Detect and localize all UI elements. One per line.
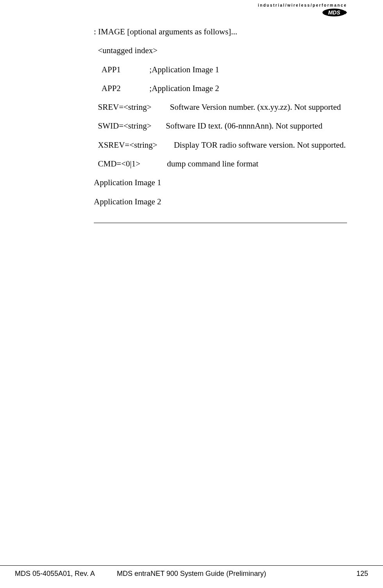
- content-line: Application Image 1: [94, 177, 347, 188]
- section-divider: [94, 223, 347, 223]
- main-content: : IMAGE [optional arguments as follows].…: [94, 27, 347, 223]
- content-line: SREV=<string> Software Version number. (…: [94, 102, 347, 113]
- mds-logo-icon: MDS: [322, 8, 347, 18]
- content-line: APP2 ;Application Image 2: [94, 83, 347, 94]
- header-logo: industrial/wireless/performance MDS: [258, 3, 347, 18]
- svg-marker-2: [345, 11, 347, 14]
- tagline-text: industrial/wireless/performance: [258, 3, 347, 7]
- content-line: CMD=<0|1> dump command line format: [94, 159, 347, 169]
- content-line: : IMAGE [optional arguments as follows].…: [94, 27, 347, 37]
- content-line: SWID=<string> Software ID text. (06-nnnn…: [94, 121, 347, 131]
- footer-doc-id: MDS 05-4055A01, Rev. A: [15, 570, 95, 578]
- footer-page-number: 125: [356, 570, 368, 578]
- content-line: XSREV=<string> Display TOR radio softwar…: [94, 140, 347, 150]
- footer-title: MDS entraNET 900 System Guide (Prelimina…: [117, 570, 266, 578]
- content-line: Application Image 2: [94, 197, 347, 207]
- content-line: <untagged index>: [94, 45, 347, 56]
- content-line: APP1 ;Application Image 1: [94, 64, 347, 75]
- page-footer: MDS 05-4055A01, Rev. A MDS entraNET 900 …: [0, 565, 383, 578]
- svg-text:MDS: MDS: [328, 9, 340, 16]
